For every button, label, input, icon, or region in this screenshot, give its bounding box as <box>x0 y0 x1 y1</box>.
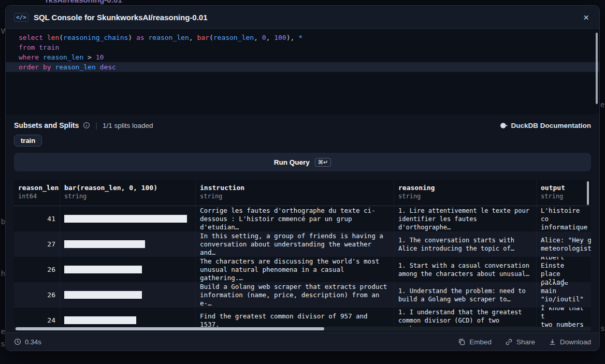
cell-output: L'histoire co informatique <box>537 206 591 231</box>
sql-token: reason_len <box>55 63 95 71</box>
split-chips: train <box>14 135 591 147</box>
table-row[interactable]: 26The characters are discussing the worl… <box>14 257 591 282</box>
horizontal-scrollbar-thumb[interactable] <box>16 327 324 330</box>
sql-token: reason_len <box>148 34 189 41</box>
bar-glyph <box>64 240 145 248</box>
sql-console-modal: </> SQL Console for SkunkworksAI/reasoni… <box>5 5 600 351</box>
backdrop-letter: e <box>1 327 5 336</box>
cell-instruction-text: The characters are discussing the world'… <box>200 257 390 282</box>
elapsed-time: 0.34s <box>25 338 41 346</box>
sql-token: > <box>83 53 95 61</box>
keyboard-shortcut: ⌘↵ <box>315 158 331 167</box>
table-vertical-scrollbar[interactable] <box>587 181 589 205</box>
share-label: Share <box>516 338 535 346</box>
run-query-label: Run Query <box>274 158 310 166</box>
table-row[interactable]: 26Build a Golang web scraper that extrac… <box>14 282 591 308</box>
code-icon: </> <box>14 13 28 22</box>
editor-scrollbar[interactable] <box>596 33 598 104</box>
column-type: int64 <box>18 193 55 200</box>
bar-glyph <box>64 291 142 299</box>
cell-output-text: Alice: "Hey g meteorologist <box>541 236 591 253</box>
cell-instruction-text: Corrige les fautes d'orthographe du text… <box>200 207 390 231</box>
code-line-3[interactable]: where reason_len > 10 <box>6 52 599 62</box>
code-line-4[interactable]: order by reason_len desc <box>6 62 599 72</box>
run-query-button[interactable]: Run Query ⌘↵ <box>14 153 591 171</box>
sql-token: from <box>19 43 39 51</box>
backdrop-letter: s <box>1 340 5 348</box>
download-icon <box>549 338 556 346</box>
table-body: 41Corrige les fautes d'orthographe du te… <box>14 206 591 327</box>
column-header-2: bar(reason_len, 0, 100)string <box>60 180 196 206</box>
column-name: reasoning <box>398 184 532 192</box>
cell-bar <box>60 308 196 327</box>
backdrop-top-fragment: rksAI/reasoning-0.01 <box>46 0 122 4</box>
table-header-row: reason_lenint64bar(reason_len, 0, 100)st… <box>14 180 591 206</box>
share-button[interactable]: Share <box>505 338 535 346</box>
sql-token: train <box>39 43 59 51</box>
cell-reason-len: 24 <box>14 308 60 327</box>
close-icon[interactable]: × <box>581 11 591 23</box>
split-chip-train[interactable]: train <box>14 135 42 147</box>
column-header-5: outputstring <box>537 180 591 206</box>
cell-bar <box>60 206 196 231</box>
cell-output-text: Albert Einste place called <box>541 257 587 282</box>
column-name: output <box>541 184 587 192</box>
cell-reasoning: 1. Understand the problem: need to build… <box>394 282 537 308</box>
cell-instruction: In this setting, a group of friends is h… <box>196 231 394 257</box>
table-row[interactable]: 27In this setting, a group of friends is… <box>14 231 591 257</box>
sql-token: len <box>47 34 59 41</box>
modal-footer: 0.34s EmbedShareDownload <box>6 332 599 351</box>
column-header-4: reasoningstring <box>394 180 537 206</box>
sql-token: reasoning_chains <box>63 34 128 41</box>
sql-token: ) <box>128 34 136 41</box>
cell-reason-len: 27 <box>14 231 60 257</box>
cell-reasoning-text: 1. The conversation starts with Alice in… <box>398 236 514 253</box>
cell-instruction-text: Find the greatest common divisor of 957 … <box>200 312 390 327</box>
sql-token: ), <box>286 34 298 41</box>
bar-glyph <box>64 316 136 324</box>
subsets-title: Subsets and Splits <box>14 121 79 129</box>
subsets-row: Subsets and Splits | 1/1 splits loaded D… <box>14 120 591 130</box>
sql-token: by <box>43 63 55 71</box>
download-button[interactable]: Download <box>549 338 591 346</box>
sql-token: * <box>298 34 302 41</box>
sql-token: 0 <box>262 34 266 41</box>
info-icon[interactable] <box>83 122 90 129</box>
column-header-1: reason_lenint64 <box>14 180 60 206</box>
table-row[interactable]: 41Corrige les fautes d'orthographe du te… <box>14 206 591 231</box>
cell-instruction-text: Build a Golang web scraper that extracts… <box>200 283 390 308</box>
sql-token: , <box>266 34 275 41</box>
backdrop-letter: h <box>1 269 5 278</box>
sql-token: , <box>254 34 262 41</box>
cell-reasoning-text: 1. Understand the problem: need to build… <box>398 287 526 303</box>
duckdb-icon <box>500 122 508 129</box>
cell-instruction-text: In this setting, a group of friends is h… <box>200 232 390 257</box>
cell-instruction: Corrige les fautes d'orthographe du text… <box>196 206 394 231</box>
cell-instruction: Find the greatest common divisor of 957 … <box>196 308 394 327</box>
cell-reason-len: 41 <box>14 206 60 231</box>
cell-instruction: Build a Golang web scraper that extracts… <box>196 282 394 308</box>
code-line-1[interactable]: select len(reasoning_chains) as reason_l… <box>6 33 599 42</box>
sql-token: order <box>19 63 43 71</box>
cell-reasoning-text: 1. Start with a casual conversation amon… <box>398 261 529 278</box>
cell-reasoning: 1. The conversation starts with Alice in… <box>394 231 537 257</box>
horizontal-scrollbar[interactable] <box>14 327 591 331</box>
backdrop-letter: e <box>600 100 604 109</box>
sql-token: ( <box>209 34 213 41</box>
column-name: instruction <box>200 184 390 192</box>
code-line-2[interactable]: from train <box>6 42 599 52</box>
cell-instruction: The characters are discussing the world'… <box>196 257 394 282</box>
duckdb-documentation-link[interactable]: DuckDB Documentation <box>500 122 591 129</box>
column-type: string <box>64 193 191 200</box>
column-type: string <box>541 193 587 200</box>
backdrop-letter: s <box>601 324 604 332</box>
cell-reasoning: 1. Start with a casual conversation amon… <box>394 257 537 282</box>
embed-button[interactable]: Embed <box>458 338 492 346</box>
sql-token: desc <box>96 63 116 71</box>
sql-editor[interactable]: select len(reasoning_chains) as reason_l… <box>6 29 599 114</box>
bar-glyph <box>64 215 187 223</box>
sql-token: as <box>136 34 148 41</box>
sql-token: reason_len <box>213 34 254 41</box>
table-row[interactable]: 24Find the greatest common divisor of 95… <box>14 308 591 327</box>
sql-token: where <box>19 53 43 61</box>
